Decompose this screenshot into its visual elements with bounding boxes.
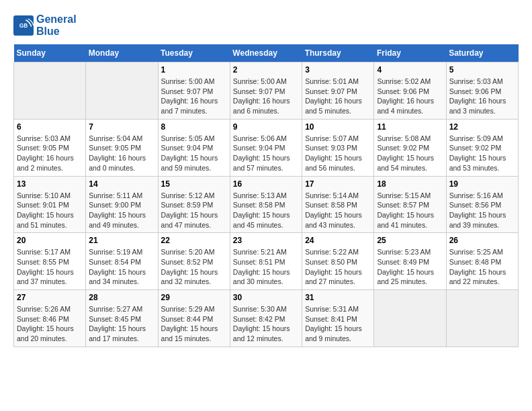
calendar-cell: 1Sunrise: 5:00 AMSunset: 9:07 PMDaylight… xyxy=(158,62,230,120)
calendar-cell: 26Sunrise: 5:25 AMSunset: 8:48 PMDayligh… xyxy=(446,233,518,290)
day-info: Sunrise: 5:11 AMSunset: 9:00 PMDaylight:… xyxy=(89,191,154,230)
day-info: Sunrise: 5:19 AMSunset: 8:54 PMDaylight:… xyxy=(89,247,154,287)
logo: GB General Blue xyxy=(13,13,77,38)
calendar-cell: 30Sunrise: 5:30 AMSunset: 8:42 PMDayligh… xyxy=(230,290,302,347)
day-number: 21 xyxy=(89,236,154,245)
calendar-cell: 21Sunrise: 5:19 AMSunset: 8:54 PMDayligh… xyxy=(86,233,158,290)
day-number: 22 xyxy=(161,236,227,245)
day-info: Sunrise: 5:25 AMSunset: 8:48 PMDaylight:… xyxy=(449,247,515,287)
day-info: Sunrise: 5:01 AMSunset: 9:07 PMDaylight:… xyxy=(305,77,371,116)
day-number: 26 xyxy=(449,236,515,245)
day-number: 20 xyxy=(17,236,83,245)
day-info: Sunrise: 5:30 AMSunset: 8:42 PMDaylight:… xyxy=(233,304,299,344)
calendar-cell xyxy=(374,290,446,347)
day-number: 24 xyxy=(305,236,371,245)
day-info: Sunrise: 5:26 AMSunset: 8:46 PMDaylight:… xyxy=(17,304,83,344)
day-number: 27 xyxy=(17,293,83,302)
day-number: 29 xyxy=(161,293,227,302)
day-number: 7 xyxy=(89,122,154,132)
day-number: 2 xyxy=(233,65,299,75)
calendar-cell: 23Sunrise: 5:21 AMSunset: 8:51 PMDayligh… xyxy=(230,233,302,290)
day-info: Sunrise: 5:23 AMSunset: 8:49 PMDaylight:… xyxy=(377,247,443,287)
day-info: Sunrise: 5:15 AMSunset: 8:57 PMDaylight:… xyxy=(377,191,443,230)
day-number: 3 xyxy=(305,65,371,75)
day-info: Sunrise: 5:17 AMSunset: 8:55 PMDaylight:… xyxy=(17,247,83,287)
week-row-5: 27Sunrise: 5:26 AMSunset: 8:46 PMDayligh… xyxy=(14,290,519,347)
day-info: Sunrise: 5:21 AMSunset: 8:51 PMDaylight:… xyxy=(233,247,299,287)
calendar-cell: 12Sunrise: 5:09 AMSunset: 9:02 PMDayligh… xyxy=(446,119,518,176)
day-number: 4 xyxy=(377,65,443,75)
logo-text-line2: Blue xyxy=(36,26,77,38)
calendar-cell: 22Sunrise: 5:20 AMSunset: 8:52 PMDayligh… xyxy=(158,233,230,290)
day-info: Sunrise: 5:08 AMSunset: 9:02 PMDaylight:… xyxy=(377,134,443,173)
day-info: Sunrise: 5:00 AMSunset: 9:07 PMDaylight:… xyxy=(161,77,227,116)
day-info: Sunrise: 5:05 AMSunset: 9:04 PMDaylight:… xyxy=(161,134,227,173)
header-friday: Friday xyxy=(374,44,446,62)
header-wednesday: Wednesday xyxy=(230,44,302,62)
calendar-cell: 25Sunrise: 5:23 AMSunset: 8:49 PMDayligh… xyxy=(374,233,446,290)
week-row-2: 6Sunrise: 5:03 AMSunset: 9:05 PMDaylight… xyxy=(14,119,519,176)
calendar-cell: 24Sunrise: 5:22 AMSunset: 8:50 PMDayligh… xyxy=(302,233,374,290)
day-info: Sunrise: 5:04 AMSunset: 9:05 PMDaylight:… xyxy=(89,134,154,173)
header-sunday: Sunday xyxy=(14,44,86,62)
day-number: 6 xyxy=(17,122,83,132)
day-info: Sunrise: 5:00 AMSunset: 9:07 PMDaylight:… xyxy=(233,77,299,116)
calendar-cell: 10Sunrise: 5:07 AMSunset: 9:03 PMDayligh… xyxy=(302,119,374,176)
day-number: 5 xyxy=(449,65,515,75)
day-info: Sunrise: 5:16 AMSunset: 8:56 PMDaylight:… xyxy=(449,191,515,230)
day-number: 19 xyxy=(449,179,515,189)
calendar-cell xyxy=(14,62,86,120)
calendar-cell: 9Sunrise: 5:06 AMSunset: 9:04 PMDaylight… xyxy=(230,119,302,176)
day-info: Sunrise: 5:22 AMSunset: 8:50 PMDaylight:… xyxy=(305,247,371,287)
calendar-cell: 29Sunrise: 5:29 AMSunset: 8:44 PMDayligh… xyxy=(158,290,230,347)
calendar-cell: 8Sunrise: 5:05 AMSunset: 9:04 PMDaylight… xyxy=(158,119,230,176)
calendar-cell: 3Sunrise: 5:01 AMSunset: 9:07 PMDaylight… xyxy=(302,62,374,120)
calendar-cell: 6Sunrise: 5:03 AMSunset: 9:05 PMDaylight… xyxy=(14,119,86,176)
calendar-cell: 27Sunrise: 5:26 AMSunset: 8:46 PMDayligh… xyxy=(14,290,86,347)
header-saturday: Saturday xyxy=(446,44,518,62)
calendar-cell: 28Sunrise: 5:27 AMSunset: 8:45 PMDayligh… xyxy=(86,290,158,347)
calendar-cell: 19Sunrise: 5:16 AMSunset: 8:56 PMDayligh… xyxy=(446,176,518,233)
day-info: Sunrise: 5:13 AMSunset: 8:58 PMDaylight:… xyxy=(233,191,299,230)
calendar-table: SundayMondayTuesdayWednesdayThursdayFrid… xyxy=(13,44,519,347)
page-header: GB General Blue xyxy=(13,13,519,38)
day-number: 23 xyxy=(233,236,299,245)
calendar-cell xyxy=(446,290,518,347)
week-row-1: 1Sunrise: 5:00 AMSunset: 9:07 PMDaylight… xyxy=(14,62,519,120)
logo-text-line1: General xyxy=(36,13,77,26)
day-info: Sunrise: 5:12 AMSunset: 8:59 PMDaylight:… xyxy=(161,191,227,230)
logo-icon: GB xyxy=(13,15,34,36)
calendar-cell: 16Sunrise: 5:13 AMSunset: 8:58 PMDayligh… xyxy=(230,176,302,233)
week-row-4: 20Sunrise: 5:17 AMSunset: 8:55 PMDayligh… xyxy=(14,233,519,290)
day-info: Sunrise: 5:31 AMSunset: 8:41 PMDaylight:… xyxy=(305,304,371,344)
day-number: 28 xyxy=(89,293,154,302)
day-number: 31 xyxy=(305,293,371,302)
day-number: 13 xyxy=(17,179,83,189)
day-info: Sunrise: 5:20 AMSunset: 8:52 PMDaylight:… xyxy=(161,247,227,287)
day-info: Sunrise: 5:29 AMSunset: 8:44 PMDaylight:… xyxy=(161,304,227,344)
day-number: 17 xyxy=(305,179,371,189)
day-info: Sunrise: 5:10 AMSunset: 9:01 PMDaylight:… xyxy=(17,191,83,230)
week-row-3: 13Sunrise: 5:10 AMSunset: 9:01 PMDayligh… xyxy=(14,176,519,233)
day-info: Sunrise: 5:14 AMSunset: 8:58 PMDaylight:… xyxy=(305,191,371,230)
calendar-cell xyxy=(86,62,158,120)
day-number: 10 xyxy=(305,122,371,132)
calendar-cell: 11Sunrise: 5:08 AMSunset: 9:02 PMDayligh… xyxy=(374,119,446,176)
calendar-cell: 4Sunrise: 5:02 AMSunset: 9:06 PMDaylight… xyxy=(374,62,446,120)
day-number: 30 xyxy=(233,293,299,302)
day-info: Sunrise: 5:06 AMSunset: 9:04 PMDaylight:… xyxy=(233,134,299,173)
day-info: Sunrise: 5:09 AMSunset: 9:02 PMDaylight:… xyxy=(449,134,515,173)
calendar-cell: 5Sunrise: 5:03 AMSunset: 9:06 PMDaylight… xyxy=(446,62,518,120)
day-number: 8 xyxy=(161,122,227,132)
day-number: 11 xyxy=(377,122,443,132)
day-info: Sunrise: 5:03 AMSunset: 9:06 PMDaylight:… xyxy=(449,77,515,116)
day-number: 9 xyxy=(233,122,299,132)
calendar-cell: 18Sunrise: 5:15 AMSunset: 8:57 PMDayligh… xyxy=(374,176,446,233)
calendar-cell: 2Sunrise: 5:00 AMSunset: 9:07 PMDaylight… xyxy=(230,62,302,120)
day-info: Sunrise: 5:02 AMSunset: 9:06 PMDaylight:… xyxy=(377,77,443,116)
header-thursday: Thursday xyxy=(302,44,374,62)
day-number: 16 xyxy=(233,179,299,189)
header-tuesday: Tuesday xyxy=(158,44,230,62)
day-info: Sunrise: 5:03 AMSunset: 9:05 PMDaylight:… xyxy=(17,134,83,173)
svg-text:GB: GB xyxy=(19,22,28,29)
